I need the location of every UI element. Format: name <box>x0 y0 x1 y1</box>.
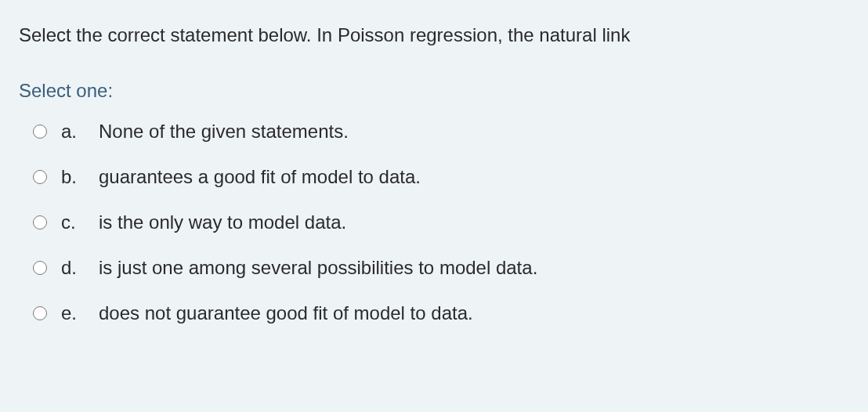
option-letter: e. <box>61 302 99 324</box>
option-letter: c. <box>61 211 99 233</box>
option-letter: d. <box>61 257 99 279</box>
option-radio-e[interactable] <box>33 306 47 320</box>
option-row: e. does not guarantee good fit of model … <box>33 302 849 324</box>
option-row: c. is the only way to model data. <box>33 211 849 233</box>
option-text: does not guarantee good fit of model to … <box>99 302 473 324</box>
option-radio-b[interactable] <box>33 170 47 184</box>
options-list: a. None of the given statements. b. guar… <box>19 121 849 324</box>
option-text: is the only way to model data. <box>99 211 346 233</box>
option-radio-a[interactable] <box>33 125 47 139</box>
option-letter: b. <box>61 166 99 188</box>
question-text: Select the correct statement below. In P… <box>19 22 849 49</box>
option-letter: a. <box>61 121 99 143</box>
option-row: a. None of the given statements. <box>33 121 849 143</box>
option-radio-c[interactable] <box>33 215 47 229</box>
option-text: None of the given statements. <box>99 121 349 143</box>
option-row: d. is just one among several possibiliti… <box>33 257 849 279</box>
option-radio-d[interactable] <box>33 261 47 275</box>
option-row: b. guarantees a good fit of model to dat… <box>33 166 849 188</box>
option-text: is just one among several possibilities … <box>99 257 537 279</box>
select-prompt: Select one: <box>19 80 849 102</box>
option-text: guarantees a good fit of model to data. <box>99 166 421 188</box>
